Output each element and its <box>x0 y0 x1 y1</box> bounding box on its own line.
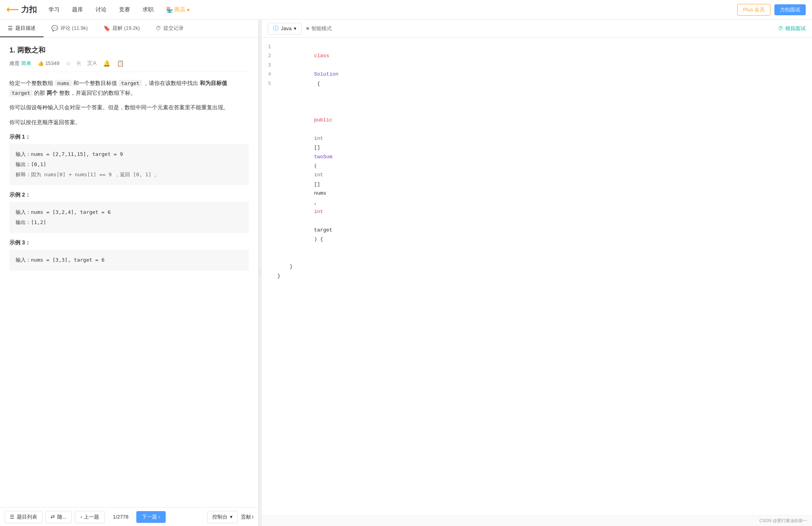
resize-dots <box>260 269 260 277</box>
translate-icon[interactable]: 文A <box>87 60 97 67</box>
problem-name: 两数之和 <box>17 46 45 54</box>
editor-toolbar: ⓘ Java ▾ 智能模式 ⏱ 模拟面试 <box>262 20 812 38</box>
kw-class: class <box>314 53 329 59</box>
tab-solutions-label: 题解 (19.2k) <box>112 25 140 32</box>
code-editor[interactable]: 1 2 3 4 5 class Solution { pu <box>262 38 812 515</box>
right-panel: ⓘ Java ▾ 智能模式 ⏱ 模拟面试 1 2 3 4 5 <box>262 20 812 526</box>
tab-solutions[interactable]: 🔖 题解 (19.2k) <box>96 20 148 37</box>
plus-button[interactable]: Plus 会员 <box>737 4 770 16</box>
nav-items: 学习 题库 讨论 竞赛 求职 🏪 商店 ▾ <box>46 5 192 15</box>
desc-para3: 你可以按任意顺序返回答案。 <box>9 117 249 127</box>
smart-mode-dot <box>306 27 309 30</box>
example3-block: 输入：nums = [3,3], target = 6 <box>9 249 249 271</box>
tab-description[interactable]: ☰ 题目描述 <box>0 20 43 37</box>
desc-para1: 给定一个整数数组 nums 和一个整数目标值 target ，请你在该数组中找出… <box>9 78 249 98</box>
smart-mode: 智能模式 <box>306 25 332 32</box>
kw-public: public <box>314 117 333 123</box>
shop-label: 商店 <box>174 6 185 13</box>
left-panel: ☰ 题目描述 💬 评论 (11.9k) 🔖 题解 (19.2k) ⏱ 提交记录 … <box>0 20 259 526</box>
example1-title: 示例 1： <box>9 134 249 141</box>
logo-icon: ⟵ <box>6 5 19 15</box>
bell-icon[interactable]: 🔔 <box>103 60 110 67</box>
line-num-4: 4 <box>268 70 271 79</box>
nav-shop[interactable]: 🏪 商店 ▾ <box>164 5 192 15</box>
kw-int3: int <box>314 209 323 215</box>
method-twosum: twoSum <box>314 154 333 160</box>
next-button[interactable]: 下一题 › <box>136 511 166 523</box>
line-num-1: 1 <box>268 42 271 51</box>
code-line-5: } <box>277 271 806 280</box>
shop-icon: 🏪 <box>166 7 173 13</box>
footer-text: CSDN @爱打酱油的新一 <box>760 518 807 524</box>
example2-line2: 输出：[1,2] <box>16 217 242 228</box>
tab-submissions[interactable]: ⏱ 提交记录 <box>148 20 192 37</box>
code-line-4: } <box>277 262 806 271</box>
problem-description: 给定一个整数数组 nums 和一个整数目标值 target ，请你在该数组中找出… <box>9 78 249 127</box>
bold-two: 两个 <box>47 90 58 96</box>
target-inline2: target <box>9 90 33 96</box>
line-num-5: 5 <box>268 79 271 88</box>
description-tab-icon: ☰ <box>8 25 13 31</box>
logo-text: 力扣 <box>21 4 37 15</box>
difficulty: 难度 简单 <box>9 60 31 67</box>
main-layout: ☰ 题目描述 💬 评论 (11.9k) 🔖 题解 (19.2k) ⏱ 提交记录 … <box>0 20 812 526</box>
param-nums: nums <box>314 190 326 196</box>
nav-discuss[interactable]: 讨论 <box>93 5 109 15</box>
thumb-up-icon: 👍 <box>38 60 44 66</box>
param-target: target <box>314 227 333 233</box>
java-icon: ⓘ <box>273 25 279 32</box>
smart-mode-label: 智能模式 <box>311 25 332 32</box>
note-icon[interactable]: 📋 <box>117 60 124 67</box>
random-button[interactable]: ⇄ 随... <box>45 511 72 523</box>
interview-button[interactable]: 力扣面试 <box>774 4 806 15</box>
footer-bar: CSDN @爱打酱油的新一 <box>262 515 812 526</box>
tab-description-label: 题目描述 <box>15 25 36 32</box>
contribute-button[interactable]: 贡献 i <box>241 513 254 521</box>
cls-solution: Solution <box>314 71 338 77</box>
star-icon[interactable]: ☆ <box>66 60 71 67</box>
prev-icon: ‹ <box>81 514 82 520</box>
logo[interactable]: ⟵ 力扣 <box>6 4 37 15</box>
line-numbers: 1 2 3 4 5 <box>262 42 277 280</box>
difficulty-value: 简单 <box>21 60 31 66</box>
prev-label: 上一题 <box>84 513 99 521</box>
language-label: Java <box>281 25 291 31</box>
nums-inline: nums <box>55 80 72 87</box>
mock-interview-button[interactable]: ⏱ 模拟面试 <box>778 25 806 32</box>
problem-list-button[interactable]: ☰ 题目列表 <box>5 511 42 523</box>
example2-block: 输入：nums = [3,2,4], target = 6 输出：[1,2] <box>9 202 249 233</box>
kw-int: int <box>314 136 323 141</box>
line-num-3: 3 <box>268 61 271 70</box>
code-content: class Solution { public int [] twoSum ( <box>277 42 812 280</box>
resize-handle[interactable] <box>259 20 262 526</box>
like-button[interactable]: 👍 15349 <box>38 60 60 66</box>
example1-line2: 输出：[0,1] <box>16 159 242 170</box>
nav-jobs[interactable]: 求职 <box>140 5 156 15</box>
random-label: 随... <box>57 513 67 521</box>
example2-line1: 输入：nums = [3,2,4], target = 6 <box>16 207 242 217</box>
problem-content: 1. 两数之和 难度 简单 👍 15349 ☆ ⎘ 文A 🔔 📋 <box>0 38 258 507</box>
tab-comments[interactable]: 💬 评论 (11.9k) <box>43 20 96 37</box>
list-icon: ☰ <box>10 514 14 520</box>
console-label: 控制台 <box>212 513 228 521</box>
example1-line3: 解释：因为 nums[0] + nums[1] == 9 ，返回 [0, 1] … <box>16 170 242 180</box>
kw-int2: int <box>314 172 323 178</box>
code-line-2: public int [] twoSum ( int [] nums , int… <box>277 97 806 253</box>
tab-bar: ☰ 题目描述 💬 评论 (11.9k) 🔖 题解 (19.2k) ⏱ 提交记录 <box>0 20 258 38</box>
random-icon: ⇄ <box>51 514 55 520</box>
console-button[interactable]: 控制台 ▾ <box>207 511 238 523</box>
example1-block: 输入：nums = [2,7,11,15], target = 9 输出：[0,… <box>9 144 249 185</box>
language-selector[interactable]: ⓘ Java ▾ <box>268 23 302 34</box>
nav-learn[interactable]: 学习 <box>46 5 62 15</box>
prev-button[interactable]: ‹ 上一题 <box>75 511 105 523</box>
code-line-3 <box>277 253 806 262</box>
nav-problems[interactable]: 题库 <box>70 5 85 15</box>
share-icon[interactable]: ⎘ <box>77 60 81 67</box>
nav-contest[interactable]: 竞赛 <box>117 5 132 15</box>
difficulty-label: 难度 <box>9 60 20 66</box>
next-label: 下一题 <box>142 513 157 521</box>
code-line-1: class Solution { <box>277 42 806 97</box>
example3-title: 示例 3： <box>9 239 249 246</box>
desc-para2: 你可以假设每种输入只会对应一个答案。但是，数组中同一个元素在答案里不能重复出现。 <box>9 103 249 112</box>
solutions-tab-icon: 🔖 <box>103 25 110 31</box>
